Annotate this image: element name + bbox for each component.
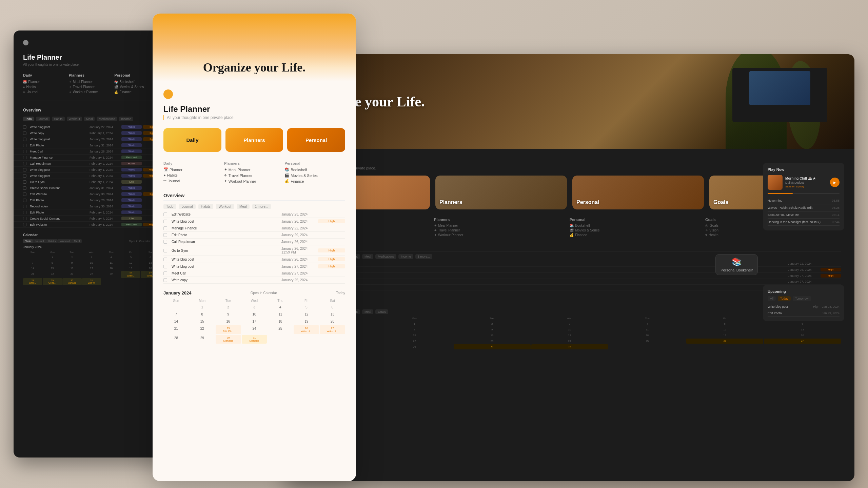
- rp-playlist-item[interactable]: Waves - Robin Schulz Radio Edit 05:28: [768, 204, 840, 211]
- cp-checkbox[interactable]: [163, 226, 167, 230]
- cal-tab-meal[interactable]: Meal: [72, 239, 82, 243]
- tab-income[interactable]: Income: [119, 117, 133, 121]
- rp-nav-movies[interactable]: 🎬 Movies & Series: [570, 228, 705, 232]
- cp-tab-meal[interactable]: Meal: [237, 204, 250, 209]
- checkbox[interactable]: [23, 205, 26, 208]
- cp-nav-journal-item[interactable]: ✏ Journal: [163, 179, 224, 183]
- cp-nav-habits-item[interactable]: ● Habits: [163, 173, 224, 177]
- rp-hero-overlay: Organize your Life.: [285, 54, 854, 149]
- cp-tab-more[interactable]: 1 more...: [252, 204, 271, 209]
- lp-nav-meal[interactable]: ✦ Meal Planner: [69, 80, 115, 84]
- cal-tab-workout[interactable]: Workout: [58, 239, 72, 243]
- rp-table-row: Write blog post January 27, 2024 High: [298, 273, 841, 279]
- rp-progress-bar[interactable]: [768, 193, 840, 194]
- checkbox[interactable]: [23, 125, 26, 129]
- rp-save-spotify[interactable]: Save on Spotify: [785, 185, 827, 188]
- cp-tab-habits[interactable]: Habits: [198, 204, 213, 209]
- cal-tab-journal[interactable]: Journal: [33, 239, 46, 243]
- rp-nav-travel[interactable]: ✈ Travel Planner: [434, 228, 570, 232]
- cp-tab-workout[interactable]: Workout: [216, 204, 234, 209]
- cp-checkbox[interactable]: [163, 233, 167, 237]
- cp-nav-finance-item[interactable]: 💰 Finance: [284, 179, 345, 183]
- rp-playlist-item[interactable]: Dancing in the Moonlight (feat. NEIMY) 0…: [768, 219, 840, 226]
- rp-cal-tab-goals[interactable]: Goals: [375, 309, 388, 314]
- checkbox[interactable]: [23, 217, 26, 220]
- rp-upcoming-all[interactable]: All: [768, 296, 776, 301]
- checkbox[interactable]: [23, 162, 26, 165]
- rp-nav-finance[interactable]: 💰 Finance: [570, 233, 705, 237]
- rp-nav-workout[interactable]: ✦ Workout Planner: [434, 233, 570, 237]
- cp-nav-workout-item[interactable]: ✦ Workout Planner: [224, 179, 285, 183]
- cp-table-row: Edit Photo January 29, 2024: [163, 232, 345, 239]
- cp-checkbox[interactable]: [163, 240, 167, 244]
- rp-playlist-item[interactable]: Nevermind 05:58: [768, 197, 840, 204]
- rp-nav-bookshelf[interactable]: 📚 Bookshelf: [570, 224, 705, 227]
- lp-nav-journal[interactable]: ✏ Journal: [23, 90, 69, 94]
- cp-nav-bookshelf-item[interactable]: 📚 Bookshelf: [284, 167, 345, 172]
- tab-workout[interactable]: Workout: [67, 117, 82, 121]
- rp-bookshelf-badge[interactable]: 📚 Personal Bookshelf: [715, 254, 758, 275]
- checkbox[interactable]: [23, 131, 26, 135]
- lp-nav-planner[interactable]: 📅 Planner: [23, 80, 69, 84]
- cal-tab-habits[interactable]: Habits: [46, 239, 58, 243]
- tab-todo[interactable]: Todo: [23, 117, 34, 121]
- checkbox[interactable]: [23, 174, 26, 178]
- lp-nav-workout[interactable]: ✦ Workout Planner: [69, 90, 115, 94]
- rp-tab-more[interactable]: 1 more...: [415, 254, 432, 259]
- rp-nav-meal[interactable]: ✦ Meal Planner: [434, 224, 570, 227]
- cp-nav-planners-h: Planners: [224, 161, 285, 165]
- cp-checkbox[interactable]: [163, 271, 167, 275]
- cp-tab-todo[interactable]: Todo: [163, 204, 176, 209]
- rp-upcoming-tabs: All Today Tomorrow: [768, 296, 840, 301]
- rp-playlist-item[interactable]: Because You Move Me 05:11: [768, 211, 840, 219]
- cp-nav-travel-item[interactable]: ✈ Travel Planner: [224, 173, 285, 178]
- cp-nav-meal-item[interactable]: ✦ Meal Planner: [224, 167, 285, 172]
- rp-nav-grid: Daily 📅 Planner ● Habits ✏ Journal Plann…: [298, 218, 841, 238]
- tab-medications[interactable]: Medications: [97, 117, 117, 121]
- checkbox[interactable]: [23, 211, 26, 214]
- checkbox[interactable]: [23, 144, 26, 147]
- tab-meal[interactable]: Meal: [84, 117, 95, 121]
- checkbox[interactable]: [23, 186, 26, 190]
- cp-today-btn[interactable]: Today: [336, 291, 345, 295]
- checkbox[interactable]: [23, 180, 26, 184]
- cp-checkbox[interactable]: [163, 212, 167, 216]
- rp-tab-medications[interactable]: Medications: [375, 254, 396, 259]
- cp-nav-movies-item[interactable]: 🎬 Movies & Series: [284, 173, 345, 178]
- rp-upcoming-tomorrow[interactable]: Tomorrow: [793, 296, 811, 301]
- checkbox[interactable]: [23, 156, 26, 159]
- cp-checkbox[interactable]: [163, 220, 167, 223]
- tab-habits[interactable]: Habits: [52, 117, 65, 121]
- checkbox[interactable]: [23, 168, 26, 171]
- rp-card-personal[interactable]: Personal: [572, 176, 704, 209]
- rp-cal-month: January 2024: [298, 304, 841, 307]
- rp-nav-health[interactable]: ♥ Health: [705, 233, 841, 237]
- cp-open-calendar[interactable]: Open in Calendar: [251, 291, 277, 295]
- open-calendar-btn[interactable]: Open in Calendar: [129, 240, 150, 243]
- checkbox[interactable]: [23, 223, 26, 226]
- card-personal[interactable]: Personal: [287, 128, 345, 152]
- card-daily[interactable]: Daily: [163, 128, 221, 152]
- rp-tab-meal[interactable]: Meal: [362, 254, 374, 259]
- lp-nav-habits[interactable]: ● Habits: [23, 85, 69, 89]
- checkbox[interactable]: [23, 192, 26, 196]
- rp-card-planners[interactable]: Planners: [435, 176, 567, 209]
- cp-checkbox[interactable]: [163, 265, 167, 268]
- rp-upcoming-today[interactable]: Today: [778, 296, 791, 301]
- rp-cal-tab-meal[interactable]: Meal: [362, 309, 374, 314]
- lp-nav-travel[interactable]: ✈ Travel Planner: [69, 85, 115, 89]
- checkbox[interactable]: [23, 150, 26, 153]
- cp-tab-journal[interactable]: Journal: [179, 204, 196, 209]
- cp-nav-planner-item[interactable]: 📅 Planner: [163, 167, 224, 172]
- cp-checkbox[interactable]: [163, 278, 167, 282]
- cp-checkbox[interactable]: [163, 249, 167, 252]
- tab-journal[interactable]: Journal: [36, 117, 50, 121]
- cp-checkbox[interactable]: [163, 258, 167, 261]
- checkbox[interactable]: [23, 199, 26, 202]
- rp-play-button[interactable]: ▶: [830, 178, 840, 187]
- rp-tab-income[interactable]: Income: [398, 254, 413, 259]
- checkbox[interactable]: [23, 138, 26, 141]
- card-planners[interactable]: Planners: [225, 128, 283, 152]
- cal-tab-todo[interactable]: Todo: [23, 239, 33, 243]
- rp-upcoming-item: Edit Photo Jan 29, 2024: [768, 310, 840, 317]
